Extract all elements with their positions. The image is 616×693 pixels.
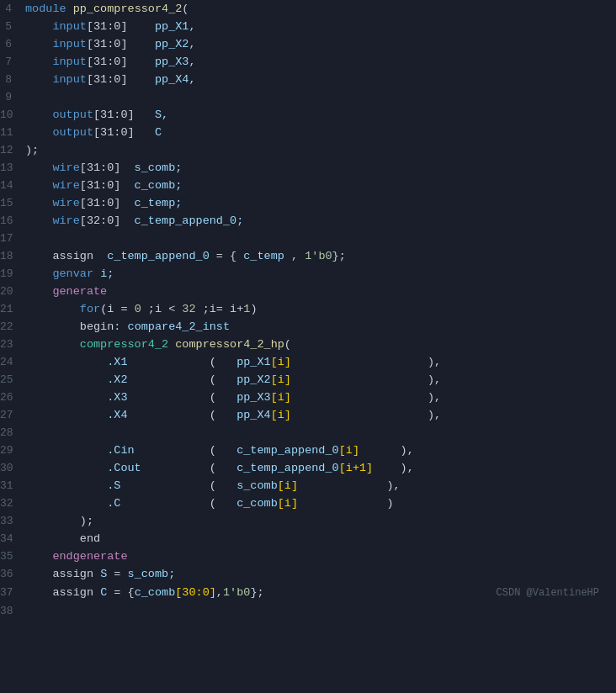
code-content: ); <box>25 141 609 159</box>
code-line: 19 genvar i; <box>0 265 616 283</box>
line-number: 13 <box>0 159 25 177</box>
line-number: 11 <box>0 124 25 141</box>
code-content: compressor4_2 compressor4_2_hp( <box>25 336 609 353</box>
code-line: 26 .X3 ( pp_X3[i] ), <box>0 389 616 406</box>
code-content: input[31:0] pp_X2, <box>25 35 609 53</box>
code-line: 20 generate <box>0 283 616 300</box>
line-number: 12 <box>0 141 25 159</box>
line-number: 31 <box>0 477 25 495</box>
code-content: end <box>25 530 609 548</box>
code-content: endgenerate <box>25 548 609 565</box>
line-number: 6 <box>0 35 25 53</box>
code-content: input[31:0] pp_X3, <box>25 53 609 71</box>
code-line: 35 endgenerate <box>0 548 616 565</box>
line-number: 25 <box>0 371 25 389</box>
code-line: 12); <box>0 141 616 159</box>
line-number: 8 <box>0 71 25 88</box>
code-content: generate <box>25 283 609 300</box>
line-number: 9 <box>0 88 25 106</box>
code-content: wire[31:0] s_comb; <box>25 159 609 177</box>
code-line: 6 input[31:0] pp_X2, <box>0 35 616 53</box>
code-content: input[31:0] pp_X4, <box>25 71 609 88</box>
code-content: wire[31:0] c_comb; <box>25 177 609 194</box>
code-line: 22 begin: compare4_2_inst <box>0 318 616 336</box>
line-number: 20 <box>0 283 25 300</box>
line-number: 34 <box>0 530 25 548</box>
line-number: 4 <box>0 0 25 18</box>
code-line: 4module pp_compressor4_2( <box>0 0 616 18</box>
code-line: 17 <box>0 230 616 247</box>
code-content: output[31:0] S, <box>25 106 609 124</box>
code-content: .X2 ( pp_X2[i] ), <box>25 371 609 389</box>
line-number: 5 <box>0 18 25 35</box>
code-line: 5 input[31:0] pp_X1, <box>0 18 616 35</box>
line-number: 23 <box>0 336 25 353</box>
code-content: assign C = {c_comb[30:0],1'b0}; <box>25 584 497 601</box>
code-line: 36 assign S = s_comb; <box>0 565 616 583</box>
code-line: 38 <box>0 602 616 620</box>
line-number: 33 <box>0 512 25 530</box>
line-number: 38 <box>0 602 25 620</box>
code-line: 32 .C ( c_comb[i] ) <box>0 495 616 512</box>
code-line: 14 wire[31:0] c_comb; <box>0 177 616 194</box>
code-content: assign c_temp_append_0 = { c_temp , 1'b0… <box>25 247 609 265</box>
code-line: 11 output[31:0] C <box>0 124 616 141</box>
code-content: .C ( c_comb[i] ) <box>25 495 609 512</box>
code-line: 9 <box>0 88 616 106</box>
code-line: 25 .X2 ( pp_X2[i] ), <box>0 371 616 389</box>
line-number: 22 <box>0 318 25 336</box>
code-editor: 4module pp_compressor4_2(5 input[31:0] p… <box>0 0 616 620</box>
code-line: 24 .X1 ( pp_X1[i] ), <box>0 353 616 371</box>
code-content: ); <box>25 512 609 530</box>
line-number: 27 <box>0 406 25 424</box>
code-line: 27 .X4 ( pp_X4[i] ), <box>0 406 616 424</box>
line-number: 21 <box>0 300 25 318</box>
code-content: .X3 ( pp_X3[i] ), <box>25 389 609 406</box>
code-content: .S ( s_comb[i] ), <box>25 477 609 495</box>
line-number: 17 <box>0 230 25 247</box>
code-content: wire[32:0] c_temp_append_0; <box>25 212 609 230</box>
watermark: CSDN @ValentineHP <box>497 583 609 602</box>
line-number: 37 <box>0 584 25 601</box>
line-number: 35 <box>0 548 25 565</box>
line-number: 36 <box>0 565 25 583</box>
code-line: 10 output[31:0] S, <box>0 106 616 124</box>
code-content: .Cin ( c_temp_append_0[i] ), <box>25 442 609 459</box>
code-content: assign S = s_comb; <box>25 565 609 583</box>
code-line: 7 input[31:0] pp_X3, <box>0 53 616 71</box>
line-number: 26 <box>0 389 25 406</box>
code-line: 33 ); <box>0 512 616 530</box>
code-content: begin: compare4_2_inst <box>25 318 609 336</box>
code-line: 15 wire[31:0] c_temp; <box>0 194 616 212</box>
code-line: 18 assign c_temp_append_0 = { c_temp , 1… <box>0 247 616 265</box>
line-number: 28 <box>0 424 25 442</box>
line-number: 18 <box>0 247 25 265</box>
line-number: 10 <box>0 106 25 124</box>
code-line: 23 compressor4_2 compressor4_2_hp( <box>0 336 616 353</box>
code-content: .X4 ( pp_X4[i] ), <box>25 406 609 424</box>
code-line: 34 end <box>0 530 616 548</box>
code-content: input[31:0] pp_X1, <box>25 18 609 35</box>
code-line: 21 for(i = 0 ;i < 32 ;i= i+1) <box>0 300 616 318</box>
line-number: 15 <box>0 194 25 212</box>
code-content: output[31:0] C <box>25 124 609 141</box>
code-content: module pp_compressor4_2( <box>25 0 609 18</box>
line-number: 14 <box>0 177 25 194</box>
code-line: 13 wire[31:0] s_comb; <box>0 159 616 177</box>
code-line: 30 .Cout ( c_temp_append_0[i+1] ), <box>0 459 616 477</box>
code-line: 31 .S ( s_comb[i] ), <box>0 477 616 495</box>
code-line: 28 <box>0 424 616 442</box>
code-content: wire[31:0] c_temp; <box>25 194 609 212</box>
code-line: 37 assign C = {c_comb[30:0],1'b0};CSDN @… <box>0 583 616 602</box>
line-number: 16 <box>0 212 25 230</box>
line-number: 7 <box>0 53 25 71</box>
line-number: 29 <box>0 442 25 459</box>
line-number: 24 <box>0 353 25 371</box>
code-content: .X1 ( pp_X1[i] ), <box>25 353 609 371</box>
code-line: 29 .Cin ( c_temp_append_0[i] ), <box>0 442 616 459</box>
code-content: genvar i; <box>25 265 609 283</box>
code-line: 8 input[31:0] pp_X4, <box>0 71 616 88</box>
code-line: 16 wire[32:0] c_temp_append_0; <box>0 212 616 230</box>
line-number: 30 <box>0 459 25 477</box>
line-number: 19 <box>0 265 25 283</box>
